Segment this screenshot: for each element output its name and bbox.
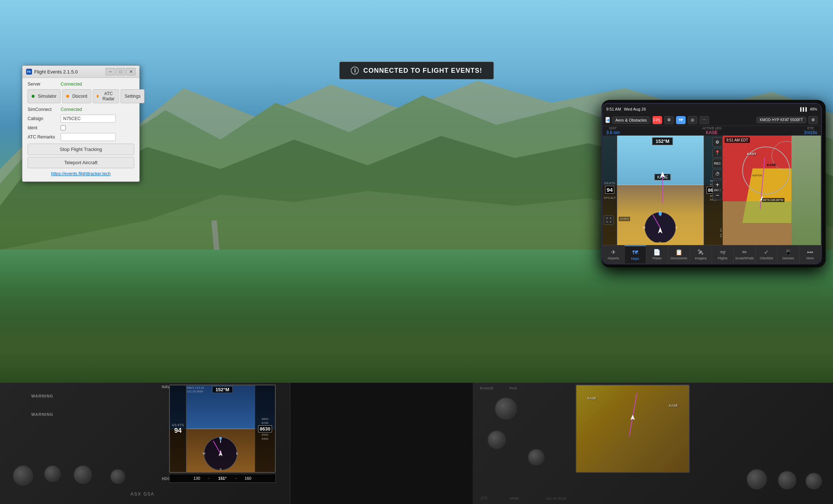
simconnect-row: SimConnect Connected bbox=[28, 107, 134, 112]
simconnect-label: SimConnect bbox=[28, 107, 61, 112]
wifi-icon: ▌▌▌ bbox=[800, 107, 808, 111]
knob-4[interactable] bbox=[110, 469, 125, 484]
tab-settings-label: Settings bbox=[125, 94, 140, 99]
rec-label: REC bbox=[714, 162, 721, 165]
side-tool-settings[interactable]: ⚙ bbox=[712, 137, 723, 147]
time-overlay: 9:51 AM EDT bbox=[725, 137, 750, 143]
discord-dot bbox=[66, 95, 69, 98]
toolbar-more[interactable]: ••• More bbox=[800, 245, 821, 263]
server-label: Server bbox=[28, 82, 61, 87]
knob-1[interactable] bbox=[13, 465, 33, 486]
sectional-green bbox=[723, 201, 791, 245]
active-leg-value: KASE bbox=[706, 130, 718, 135]
toolbar-devices[interactable]: 📱 Devices bbox=[777, 245, 800, 263]
window-title: Flight Events 2.1.5.0 bbox=[34, 69, 78, 75]
cockpit-right: RANGE PAN -2°C XPDR LCL 07:32:19 KASE bbox=[473, 383, 833, 504]
ff-more-btn[interactable]: ⋯ bbox=[700, 116, 709, 124]
map-type-dropdown[interactable]: Aero & Obstacles bbox=[612, 116, 650, 124]
side-tool-minus[interactable]: − bbox=[712, 191, 723, 200]
knob-right-5[interactable] bbox=[778, 471, 796, 489]
connected-banner: ℹ CONNECTED TO FLIGHT EVENTS! bbox=[339, 62, 494, 79]
svg-text:E: E bbox=[676, 226, 678, 229]
toolbar-scratchpads[interactable]: ✏ ScratchPads bbox=[734, 245, 756, 263]
ff-route-settings[interactable]: ⚙ bbox=[808, 116, 818, 124]
heading-tape-bottom: 130 ← 151° → 160 bbox=[169, 474, 276, 483]
knob-right-1[interactable] bbox=[495, 397, 517, 420]
ff-layers-btn[interactable]: ◎ bbox=[688, 116, 697, 124]
tab-simulator[interactable]: Simulator bbox=[28, 89, 61, 103]
knob-2[interactable] bbox=[44, 465, 61, 482]
knob-right-4[interactable] bbox=[747, 469, 767, 489]
teleport-button[interactable]: Teleport Aircraft bbox=[28, 157, 134, 168]
flight-events-window: FE Flight Events 2.1.5.0 ─ □ ✕ Server Co… bbox=[22, 65, 140, 182]
ident-row: Ident bbox=[28, 125, 134, 130]
coord-label: 28°N:106.89°W bbox=[762, 198, 784, 202]
imagery-label: Imagery bbox=[695, 256, 707, 260]
ff-route-info: DIST 3.6 nm ACTIVE LEG KASE ETE 2m16s bbox=[603, 126, 821, 136]
cockpit-left: WARNING WARNING NAV GARMIN GS KTS 94 880… bbox=[0, 383, 290, 504]
ff-nav-row: ◀ Aero & Obstacles FPL ⚙ 🗺 ◎ ⋯ KMOD HYP … bbox=[603, 114, 821, 126]
callsign-input[interactable] bbox=[61, 115, 116, 123]
toolbar-maps[interactable]: 🗺 Maps bbox=[625, 245, 647, 263]
documents-icon: 📋 bbox=[675, 249, 683, 256]
knob-3[interactable] bbox=[74, 465, 92, 484]
knob-right-6[interactable] bbox=[805, 473, 822, 489]
terrain-ground bbox=[0, 276, 833, 386]
ff-speed-value: 94 bbox=[605, 186, 614, 194]
server-row: Server Connected bbox=[28, 82, 134, 87]
side-tool-timer[interactable]: ⏱ bbox=[712, 169, 723, 179]
flights-label: Flights bbox=[718, 256, 727, 260]
knob-right-3[interactable] bbox=[528, 449, 544, 465]
atc-remarks-input[interactable] bbox=[61, 133, 116, 141]
heading-display: 152°M bbox=[212, 386, 233, 393]
stop-tracking-button[interactable]: Stop Flight Tracking bbox=[28, 144, 134, 155]
checklist-icon: ✓ bbox=[764, 249, 769, 256]
airports-icon: ✈ bbox=[611, 249, 616, 256]
fullscreen-btn[interactable]: ⛶ bbox=[604, 215, 614, 225]
ff-route-line bbox=[662, 174, 663, 203]
flights-icon: 🛩 bbox=[720, 249, 726, 256]
banner-text: CONNECTED TO FLIGHT EVENTS! bbox=[363, 67, 482, 75]
restore-button[interactable]: □ bbox=[116, 68, 125, 75]
more-label: More bbox=[806, 256, 814, 260]
tab-discord[interactable]: Discord bbox=[62, 89, 92, 103]
toolbar-checklist[interactable]: ✓ Checklist bbox=[756, 245, 778, 263]
warning-label-2: WARNING bbox=[31, 412, 53, 417]
toolbar-documents[interactable]: 📋 Documents bbox=[668, 245, 690, 263]
flighttracker-link[interactable]: https://events.flighttracker.tech bbox=[28, 171, 134, 176]
ff-compass-svg: N E S W bbox=[631, 209, 690, 242]
toolbar-airports[interactable]: ✈ Airports bbox=[603, 245, 625, 263]
ff-map-type-btn[interactable]: 🗺 bbox=[676, 116, 686, 124]
close-button[interactable]: ✕ bbox=[126, 68, 136, 75]
side-tool-rec[interactable]: REC bbox=[712, 159, 723, 168]
devices-icon: 📱 bbox=[784, 249, 792, 256]
battery-display: 49% bbox=[810, 107, 817, 111]
speed-display: 94 bbox=[174, 427, 182, 435]
ff-map-area[interactable]: GS KTS 94 GPS ALT 8800 8700 8630 8500 84… bbox=[603, 136, 821, 245]
ff-speed-tape: GS KTS 94 GPS ALT bbox=[603, 136, 617, 245]
fpl-button[interactable]: FPL bbox=[653, 116, 662, 124]
active-leg-label: ACTIVE LEG bbox=[702, 126, 722, 130]
minimize-button[interactable]: ─ bbox=[106, 68, 115, 75]
toolbar-flights[interactable]: 🛩 Flights bbox=[712, 245, 734, 263]
maps-icon: 🗺 bbox=[632, 249, 638, 256]
ident-checkbox[interactable] bbox=[61, 125, 66, 130]
side-tool-pin[interactable]: 📍 bbox=[712, 148, 723, 158]
pan-label: PAN bbox=[510, 386, 517, 390]
window-title-left: FE Flight Events 2.1.5.0 bbox=[26, 69, 78, 75]
knob-right-2[interactable] bbox=[487, 431, 506, 449]
ff-status-icons: ▌▌▌ 49% bbox=[800, 107, 817, 111]
toolbar-imagery[interactable]: 🛰 Imagery bbox=[690, 245, 712, 263]
callsign-row: Callsign bbox=[28, 115, 134, 123]
side-tool-plus[interactable]: + bbox=[712, 180, 723, 190]
documents-label: Documents bbox=[671, 256, 687, 260]
ff-settings-btn[interactable]: ⚙ bbox=[664, 116, 674, 124]
toolbar-plates[interactable]: 📄 Plates bbox=[646, 245, 668, 263]
simconnect-status: Connected bbox=[61, 107, 82, 112]
ff-back-button[interactable]: ◀ bbox=[605, 117, 610, 123]
ff-date: Wed Aug 26 bbox=[624, 107, 646, 111]
tab-atc-radar[interactable]: ATC Radar bbox=[93, 89, 119, 103]
tab-settings[interactable]: Settings bbox=[121, 89, 144, 103]
dist-value: 3.6 nm bbox=[606, 130, 620, 135]
speed-tape: GS KTS 94 bbox=[170, 385, 186, 472]
